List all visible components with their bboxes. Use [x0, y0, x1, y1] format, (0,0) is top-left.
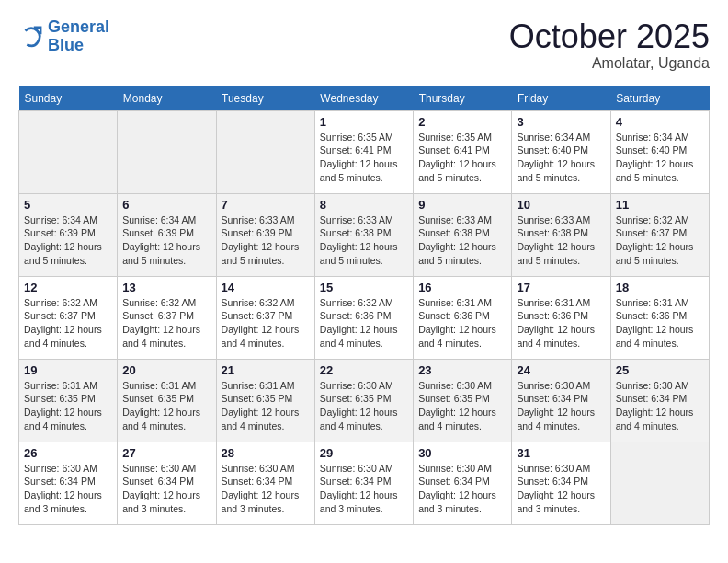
calendar-cell: 19Sunrise: 6:31 AMSunset: 6:35 PMDayligh… [19, 359, 118, 442]
day-info: Sunrise: 6:33 AMSunset: 6:38 PMDaylight:… [517, 213, 605, 268]
day-number: 25 [616, 363, 704, 377]
day-number: 23 [418, 363, 506, 377]
header-cell-monday: Monday [118, 86, 216, 111]
day-info: Sunrise: 6:33 AMSunset: 6:38 PMDaylight:… [320, 213, 408, 268]
calendar-cell: 21Sunrise: 6:31 AMSunset: 6:35 PMDayligh… [216, 359, 314, 442]
day-info: Sunrise: 6:30 AMSunset: 6:34 PMDaylight:… [418, 462, 506, 516]
day-number: 21 [222, 363, 310, 377]
day-number: 24 [517, 363, 605, 377]
day-number: 29 [320, 446, 408, 460]
calendar-cell: 25Sunrise: 6:30 AMSunset: 6:34 PMDayligh… [610, 359, 709, 442]
header-cell-sunday: Sunday [19, 86, 118, 111]
day-info: Sunrise: 6:34 AMSunset: 6:40 PMDaylight:… [517, 131, 605, 185]
calendar-cell [216, 110, 314, 193]
day-number: 12 [24, 281, 112, 294]
day-info: Sunrise: 6:30 AMSunset: 6:34 PMDaylight:… [517, 462, 605, 516]
calendar-cell: 27Sunrise: 6:30 AMSunset: 6:34 PMDayligh… [118, 442, 216, 524]
day-info: Sunrise: 6:35 AMSunset: 6:41 PMDaylight:… [418, 131, 506, 185]
day-number: 6 [122, 198, 210, 212]
calendar-cell [610, 442, 709, 524]
week-row-4: 19Sunrise: 6:31 AMSunset: 6:35 PMDayligh… [19, 359, 710, 442]
calendar-cell: 12Sunrise: 6:32 AMSunset: 6:37 PMDayligh… [19, 276, 118, 359]
calendar-cell: 6Sunrise: 6:34 AMSunset: 6:39 PMDaylight… [118, 193, 216, 276]
calendar-cell: 14Sunrise: 6:32 AMSunset: 6:37 PMDayligh… [216, 276, 314, 359]
calendar-table: SundayMondayTuesdayWednesdayThursdayFrid… [18, 86, 710, 525]
calendar-cell [118, 110, 216, 193]
day-info: Sunrise: 6:31 AMSunset: 6:36 PMDaylight:… [616, 296, 704, 350]
calendar-cell [19, 110, 118, 193]
calendar-cell: 8Sunrise: 6:33 AMSunset: 6:38 PMDaylight… [314, 193, 413, 276]
day-number: 26 [24, 446, 112, 460]
day-info: Sunrise: 6:31 AMSunset: 6:35 PMDaylight:… [24, 379, 112, 433]
logo: General Blue [18, 18, 109, 55]
header-cell-tuesday: Tuesday [216, 86, 314, 111]
page-header: General Blue October 2025 Amolatar, Ugan… [18, 18, 710, 72]
day-number: 18 [616, 281, 704, 294]
day-info: Sunrise: 6:34 AMSunset: 6:39 PMDaylight:… [122, 213, 210, 268]
day-number: 19 [24, 363, 112, 377]
header-cell-thursday: Thursday [414, 86, 512, 111]
day-number: 20 [122, 363, 210, 377]
calendar-cell: 2Sunrise: 6:35 AMSunset: 6:41 PMDaylight… [414, 110, 512, 193]
day-number: 22 [320, 363, 408, 377]
day-number: 7 [222, 198, 310, 212]
day-info: Sunrise: 6:30 AMSunset: 6:34 PMDaylight:… [517, 379, 605, 433]
day-number: 31 [517, 446, 605, 460]
calendar-cell: 31Sunrise: 6:30 AMSunset: 6:34 PMDayligh… [512, 442, 610, 524]
day-info: Sunrise: 6:35 AMSunset: 6:41 PMDaylight:… [320, 131, 408, 185]
calendar-cell: 29Sunrise: 6:30 AMSunset: 6:34 PMDayligh… [314, 442, 413, 524]
header-cell-saturday: Saturday [610, 86, 709, 111]
day-number: 13 [122, 281, 210, 294]
day-number: 2 [418, 115, 506, 129]
calendar-cell: 11Sunrise: 6:32 AMSunset: 6:37 PMDayligh… [610, 193, 709, 276]
calendar-cell: 22Sunrise: 6:30 AMSunset: 6:35 PMDayligh… [314, 359, 413, 442]
week-row-5: 26Sunrise: 6:30 AMSunset: 6:34 PMDayligh… [19, 442, 710, 524]
calendar-cell: 23Sunrise: 6:30 AMSunset: 6:35 PMDayligh… [414, 359, 512, 442]
day-number: 28 [222, 446, 310, 460]
day-info: Sunrise: 6:30 AMSunset: 6:34 PMDaylight:… [616, 379, 704, 433]
day-number: 11 [616, 198, 704, 212]
day-info: Sunrise: 6:32 AMSunset: 6:36 PMDaylight:… [320, 296, 408, 350]
day-info: Sunrise: 6:33 AMSunset: 6:38 PMDaylight:… [418, 213, 506, 268]
day-info: Sunrise: 6:31 AMSunset: 6:35 PMDaylight:… [122, 379, 210, 433]
header-row: SundayMondayTuesdayWednesdayThursdayFrid… [19, 86, 710, 111]
day-number: 10 [517, 198, 605, 212]
calendar-cell: 1Sunrise: 6:35 AMSunset: 6:41 PMDaylight… [314, 110, 413, 193]
calendar-cell: 26Sunrise: 6:30 AMSunset: 6:34 PMDayligh… [19, 442, 118, 524]
day-number: 15 [320, 281, 408, 294]
calendar-cell: 20Sunrise: 6:31 AMSunset: 6:35 PMDayligh… [118, 359, 216, 442]
calendar-cell: 9Sunrise: 6:33 AMSunset: 6:38 PMDaylight… [414, 193, 512, 276]
day-info: Sunrise: 6:32 AMSunset: 6:37 PMDaylight:… [24, 296, 112, 350]
calendar-cell: 15Sunrise: 6:32 AMSunset: 6:36 PMDayligh… [314, 276, 413, 359]
day-number: 5 [24, 198, 112, 212]
calendar-cell: 5Sunrise: 6:34 AMSunset: 6:39 PMDaylight… [19, 193, 118, 276]
day-info: Sunrise: 6:32 AMSunset: 6:37 PMDaylight:… [122, 296, 210, 350]
day-number: 8 [320, 198, 408, 212]
header-cell-wednesday: Wednesday [314, 86, 413, 111]
day-info: Sunrise: 6:30 AMSunset: 6:34 PMDaylight:… [122, 462, 210, 516]
calendar-cell: 17Sunrise: 6:31 AMSunset: 6:36 PMDayligh… [512, 276, 610, 359]
calendar-cell: 28Sunrise: 6:30 AMSunset: 6:34 PMDayligh… [216, 442, 314, 524]
day-info: Sunrise: 6:31 AMSunset: 6:36 PMDaylight:… [418, 296, 506, 350]
day-info: Sunrise: 6:30 AMSunset: 6:35 PMDaylight:… [320, 379, 408, 433]
calendar-cell: 24Sunrise: 6:30 AMSunset: 6:34 PMDayligh… [512, 359, 610, 442]
day-info: Sunrise: 6:30 AMSunset: 6:34 PMDaylight:… [24, 462, 112, 516]
calendar-cell: 18Sunrise: 6:31 AMSunset: 6:36 PMDayligh… [610, 276, 709, 359]
location: Amolatar, Uganda [509, 55, 710, 72]
title-block: October 2025 Amolatar, Uganda [509, 18, 710, 72]
calendar-cell: 3Sunrise: 6:34 AMSunset: 6:40 PMDaylight… [512, 110, 610, 193]
day-info: Sunrise: 6:33 AMSunset: 6:39 PMDaylight:… [222, 213, 310, 268]
calendar-cell: 16Sunrise: 6:31 AMSunset: 6:36 PMDayligh… [414, 276, 512, 359]
calendar-cell: 13Sunrise: 6:32 AMSunset: 6:37 PMDayligh… [118, 276, 216, 359]
day-info: Sunrise: 6:30 AMSunset: 6:34 PMDaylight:… [222, 462, 310, 516]
day-number: 30 [418, 446, 506, 460]
day-info: Sunrise: 6:30 AMSunset: 6:35 PMDaylight:… [418, 379, 506, 433]
calendar-cell: 4Sunrise: 6:34 AMSunset: 6:40 PMDaylight… [610, 110, 709, 193]
day-number: 1 [320, 115, 408, 129]
week-row-2: 5Sunrise: 6:34 AMSunset: 6:39 PMDaylight… [19, 193, 710, 276]
calendar-cell: 7Sunrise: 6:33 AMSunset: 6:39 PMDaylight… [216, 193, 314, 276]
day-number: 4 [616, 115, 704, 129]
day-info: Sunrise: 6:34 AMSunset: 6:40 PMDaylight:… [616, 131, 704, 185]
logo-line1: General [48, 17, 109, 36]
day-info: Sunrise: 6:34 AMSunset: 6:39 PMDaylight:… [24, 213, 112, 268]
